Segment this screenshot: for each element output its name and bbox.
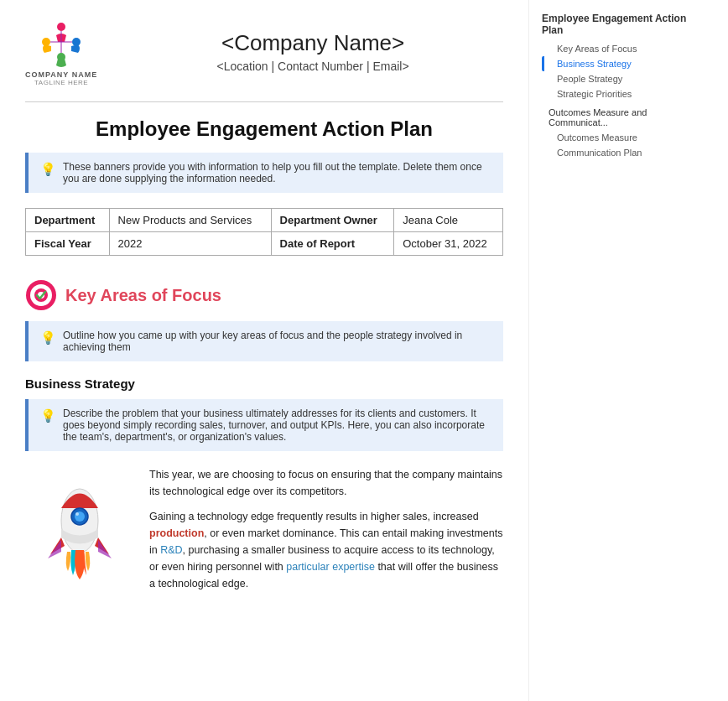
owner-value: Jeana Cole	[394, 209, 503, 232]
rocket-icon	[29, 475, 130, 584]
key-areas-banner: 💡 Outline how you came up with your key …	[25, 321, 503, 361]
sidebar-item-people-strategy[interactable]: People Strategy	[542, 71, 696, 86]
date-label: Date of Report	[271, 232, 394, 256]
header: COMPANY NAME TAGLINE HERE <Company Name>…	[25, 17, 503, 86]
sidebar-item-strategic-priorities[interactable]: Strategic Priorities	[542, 86, 696, 101]
company-name: <Company Name>	[122, 30, 503, 56]
dept-label: Department	[26, 209, 110, 232]
logo-area: COMPANY NAME TAGLINE HERE	[25, 17, 97, 86]
sidebar-item-communication-plan[interactable]: Communication Plan	[542, 145, 696, 160]
bs-text: This year, we are choosing to focus on e…	[149, 466, 503, 592]
svg-point-13	[75, 512, 79, 516]
bs-para1: This year, we are choosing to focus on e…	[149, 466, 503, 500]
sidebar-item-key-areas[interactable]: Key Areas of Focus	[542, 41, 696, 56]
bs-content: This year, we are choosing to focus on e…	[25, 466, 503, 592]
key-areas-banner-text: Outline how you came up with your key ar…	[63, 330, 491, 353]
highlight-personnel: particular expertise	[286, 561, 375, 573]
contact-line: <Location | Contact Number | Email>	[122, 60, 503, 73]
key-areas-title: Key Areas of Focus	[65, 286, 221, 305]
intro-banner-text: These banners provide you with informati…	[63, 161, 491, 184]
bulb-icon: 💡	[40, 162, 56, 177]
fiscal-value: 2022	[109, 232, 271, 256]
sidebar: Employee Engagement Action Plan Key Area…	[528, 0, 705, 701]
dept-value: New Products and Services	[109, 209, 271, 232]
bulb-icon-3: 💡	[40, 408, 56, 423]
table-row: Fiscal Year 2022 Date of Report October …	[26, 232, 503, 256]
company-logo	[36, 17, 86, 67]
main-content: COMPANY NAME TAGLINE HERE <Company Name>…	[0, 0, 528, 701]
sidebar-item-outcomes-measure[interactable]: Outcomes Measure	[542, 130, 696, 145]
sidebar-item-outcomes-measure-comm[interactable]: Outcomes Measure and Communicat...	[542, 105, 696, 130]
tagline-label: TAGLINE HERE	[34, 79, 88, 86]
sidebar-item-business-strategy[interactable]: Business Strategy	[542, 56, 696, 71]
business-strategy-title: Business Strategy	[25, 376, 503, 391]
highlight-production: production	[149, 527, 204, 539]
target-icon	[25, 279, 57, 311]
highlight-rd: R&D	[160, 544, 182, 556]
bulb-icon-2: 💡	[40, 330, 56, 345]
intro-banner: 💡 These banners provide you with informa…	[25, 153, 503, 193]
rocket-area	[25, 466, 134, 592]
bs-para2: Gaining a technology edge frequently res…	[149, 508, 503, 592]
fiscal-label: Fiscal Year	[26, 232, 110, 256]
header-divider	[25, 101, 503, 102]
page-title: Employee Engagement Action Plan	[25, 117, 503, 141]
owner-label: Department Owner	[271, 209, 394, 232]
bs-banner: 💡 Describe the problem that your busines…	[25, 399, 503, 451]
sidebar-title: Employee Engagement Action Plan	[542, 13, 696, 36]
key-areas-heading: Key Areas of Focus	[25, 279, 503, 311]
info-table: Department New Products and Services Dep…	[25, 208, 503, 256]
company-label: COMPANY NAME	[25, 70, 97, 79]
bs-banner-text: Describe the problem that your business …	[63, 408, 491, 443]
svg-point-0	[57, 23, 65, 31]
date-value: October 31, 2022	[394, 232, 503, 256]
table-row: Department New Products and Services Dep…	[26, 209, 503, 232]
header-text: <Company Name> <Location | Contact Numbe…	[122, 30, 503, 73]
